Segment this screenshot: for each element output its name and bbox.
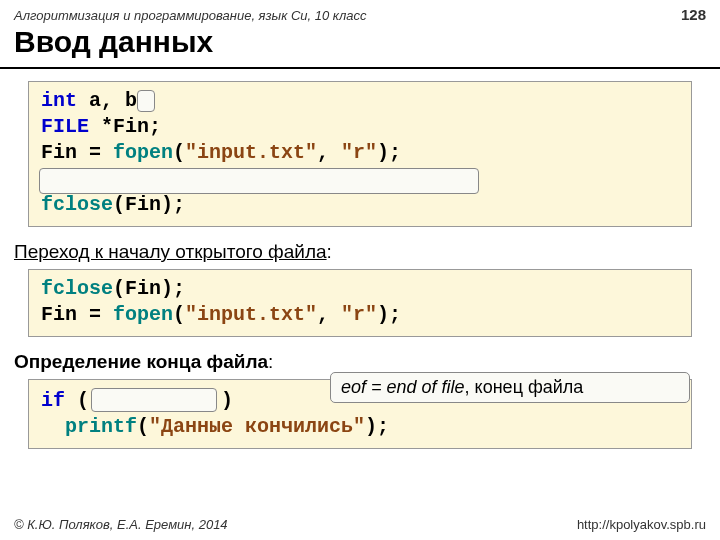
slide-title: Ввод данных <box>0 25 720 69</box>
code-line: fclose(Fin); <box>41 276 679 302</box>
code-line: FILE *Fin; <box>41 114 679 140</box>
callout-eof: eof = end of file, конец файла <box>330 372 690 403</box>
code-line: fscanf( Fin, "%d%d", &a, &b ); <box>41 166 679 192</box>
code-line: int a, b; <box>41 88 679 114</box>
footer-url: http://kpolyakov.spb.ru <box>577 517 706 532</box>
code-line: printf("Данные кончились"); <box>41 414 679 440</box>
copyright: © К.Ю. Поляков, Е.А. Еремин, 2014 <box>14 517 228 532</box>
code-line: Fin = fopen("input.txt", "r"); <box>41 302 679 328</box>
course-title: Алгоритмизация и программирование, язык … <box>14 8 367 23</box>
slide-footer: © К.Ю. Поляков, Е.А. Еремин, 2014 http:/… <box>0 517 720 532</box>
code-line: Fin = fopen("input.txt", "r"); <box>41 140 679 166</box>
code-line: fclose(Fin); <box>41 192 679 218</box>
code-block-1: int a, b; FILE *Fin; Fin = fopen("input.… <box>28 81 692 227</box>
slide-header: Алгоритмизация и программирование, язык … <box>0 0 720 25</box>
code-block-2: fclose(Fin); Fin = fopen("input.txt", "r… <box>28 269 692 337</box>
section-rewind: Переход к началу открытого файла: <box>0 237 720 269</box>
page-number: 128 <box>681 6 706 23</box>
